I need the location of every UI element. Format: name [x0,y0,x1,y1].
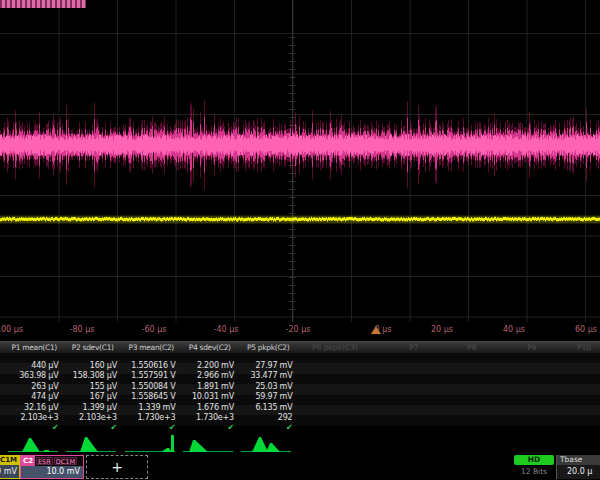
measurement-header-dim[interactable]: P6 pkpk(C3) [312,342,358,353]
c2-coupling-badge: DC1M [54,457,77,465]
clipped-message-badge [0,0,86,8]
measurement-row: 474 µV167 µV1.558645 V10.031 mV59.97 mV [0,384,600,394]
acquisition-mode: HD 12 Bits [514,455,554,476]
c2-esr-badge: ESR [36,457,53,465]
hd-mode-badge[interactable]: HD [514,455,554,465]
measurement-row: 32.16 µV1.399 µV1.339 mV1.676 mV6.135 mV [0,395,600,405]
bottom-toolbar: DC1M 10.0 mV C2 ESR DC1M 10.0 mV + HD 12… [0,455,600,480]
c2-channel-tag: C2 [21,456,35,466]
add-trace-button[interactable]: + [86,455,148,479]
measurement-header-dim[interactable]: P10 [577,342,591,353]
timebase-descriptor[interactable]: Tbase 20.0 µ [556,455,600,479]
timebase-title: Tbase [557,455,600,465]
time-axis-label: -100 µs [0,325,23,334]
oscilloscope-screen: -100 µs-80 µs-60 µs-40 µs-20 µs0 µs20 µs… [0,0,600,480]
c2-vertical-scale: 10.0 mV [21,466,83,478]
time-axis-label: 60 µs [575,325,597,334]
measurement-row: 2.103e+32.103e+31.730e+31.730e+3292 [0,405,600,415]
waveform-display[interactable] [0,0,600,322]
measurement-row: 363.98 µV158.308 µV1.557591 V2.966 mV33.… [0,363,600,373]
measurement-table-header: P1 mean(C1)P2 sdev(C1)P3 mean(C2)P4 sdev… [0,341,600,353]
measurement-header[interactable]: P5 pkpk(C2) [239,342,298,353]
measurement-header-dim[interactable]: P7 [409,342,418,353]
measurement-header-dim[interactable]: P9 [527,342,536,353]
measurement-header[interactable]: P3 mean(C2) [122,342,181,353]
channel-c2-descriptor[interactable]: C2 ESR DC1M 10.0 mV [20,455,84,479]
channel-c1-descriptor-inner: DC1M 10.0 mV [0,455,20,479]
time-axis-label: 20 µs [431,325,453,334]
measurement-status-row: ✔✔✔✔✔ [0,415,600,425]
channel-c1-descriptor[interactable]: DC1M 10.0 mV [0,455,20,479]
time-axis-label: -40 µs [214,325,239,334]
measurement-header[interactable]: P1 mean(C1) [5,342,64,353]
measurement-header[interactable]: P4 sdev(C2) [181,342,240,353]
bits-label: 12 Bits [514,467,554,476]
c2-descriptor-header: C2 ESR DC1M [21,456,83,466]
measurement-header-dim[interactable]: P8 [467,342,476,353]
measurement-histicons [0,428,600,455]
time-axis-label: 40 µs [503,325,525,334]
timebase-scale: 20.0 µ [557,465,600,479]
time-axis-label: -60 µs [142,325,167,334]
time-axis-label: 0 µs [375,325,392,334]
time-axis: -100 µs-80 µs-60 µs-40 µs-20 µs0 µs20 µs… [0,322,600,340]
c1-vertical-scale: 10.0 mV [0,465,19,478]
measurement-row: 440 µV160 µV1.550616 V2.200 mV27.97 mV [0,353,600,363]
time-axis-label: -80 µs [70,325,95,334]
time-axis-label: -20 µs [286,325,311,334]
c1-coupling-badge: DC1M [0,456,19,465]
measurement-table: P1 mean(C1)P2 sdev(C1)P3 mean(C2)P4 sdev… [0,341,600,426]
measurement-header[interactable]: P2 sdev(C1) [64,342,123,353]
measurement-row: 263 µV155 µV1.550084 V1.891 mV25.03 mV [0,374,600,384]
